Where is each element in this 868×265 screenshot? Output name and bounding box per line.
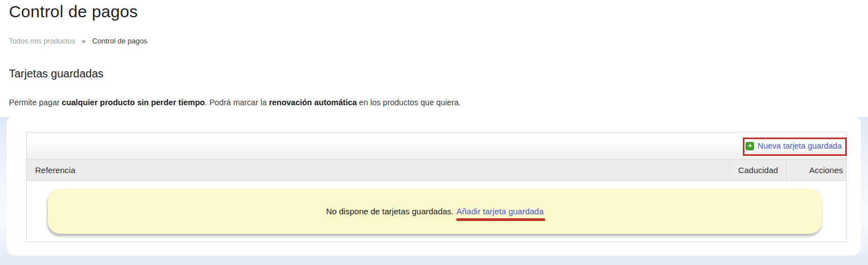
new-saved-card-link[interactable]: + Nueva tarjeta guardada [746,141,842,150]
saved-cards-panel: + Nueva tarjeta guardada Referencia Cadu… [7,115,861,256]
page-title: Control de pagos [9,2,138,21]
add-saved-card-link-wrap: Añadir tarjeta guardada [456,207,544,216]
saved-cards-table: + Nueva tarjeta guardada Referencia Cadu… [26,132,847,242]
section-description: Permite pagar cualquier producto sin per… [9,98,461,107]
section-heading: Tarjetas guardadas [9,67,103,80]
description-bold-2: renovación automática [269,98,357,107]
description-text-2: . Podrá marcar la [205,98,269,107]
empty-state-message: No dispone de tarjetas guardadas. [326,207,453,216]
table-toolbar: + Nueva tarjeta guardada [27,132,846,160]
description-bold-1: cualquier producto sin perder tiempo [62,98,205,107]
description-text-3: en los productos que quiera. [357,98,461,107]
breadcrumb-current: Control de pagos [92,37,147,45]
table-body: No dispone de tarjetas guardadas. Añadir… [27,181,846,241]
column-header-acciones: Acciones [786,160,846,180]
page: Control de pagos Todos mis productos » C… [0,0,868,265]
description-text-1: Permite pagar [9,98,62,107]
add-saved-card-link[interactable]: Añadir tarjeta guardada [456,207,544,216]
annotation-underline-add-card [456,218,545,221]
new-saved-card-label[interactable]: Nueva tarjeta guardada [757,141,842,150]
column-header-caducidad: Caducidad [729,160,786,180]
empty-state-alert: No dispone de tarjetas guardadas. Añadir… [48,189,822,234]
plus-icon[interactable]: + [746,142,754,150]
breadcrumb: Todos mis productos » Control de pagos [9,37,147,45]
breadcrumb-separator: » [82,37,86,45]
table-header-row: Referencia Caducidad Acciones [27,160,846,181]
breadcrumb-link-all-products[interactable]: Todos mis productos [9,37,75,45]
column-header-referencia: Referencia [27,160,729,180]
